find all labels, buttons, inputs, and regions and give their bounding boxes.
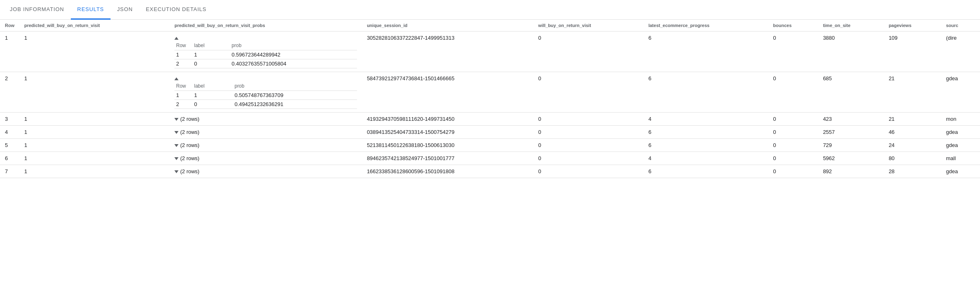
probs-cell: 0.403276355710058​04 — [230, 59, 357, 68]
cell-latest-ecommerce-progress: 6 — [644, 32, 768, 72]
tab-json[interactable]: JSON — [111, 0, 139, 20]
tab-results[interactable]: RESULTS — [71, 0, 111, 20]
collapse-icon[interactable] — [174, 37, 178, 40]
expand-icon[interactable] — [174, 157, 178, 160]
col-header-source: sourc — [941, 20, 980, 32]
cell-unique-session-id: 41932943705981116​20-1499731450 — [362, 113, 533, 126]
cell-row-number: 2 — [0, 72, 19, 113]
expand-icon[interactable] — [174, 131, 178, 134]
expand-icon[interactable] — [174, 170, 178, 173]
tabs-bar: JOB INFORMATIONRESULTSJSONEXECUTION DETA… — [0, 0, 980, 20]
probs-nested-table: Rowlabelprob110.505748767363709200.49425… — [174, 81, 357, 109]
cell-bounces: 0 — [768, 139, 818, 152]
table-body: 11Rowlabelprob110.596723644289942200.403… — [0, 32, 980, 178]
table-row: 41(2 rows)03894135254047333​14-150075427… — [0, 126, 980, 139]
cell-pageviews: 21 — [884, 72, 941, 113]
probs-cell: 0.505748767363709 — [233, 91, 357, 100]
expand-icon[interactable] — [174, 144, 178, 147]
cell-latest-ecommerce-progress: 4 — [644, 152, 768, 165]
cell-probs: (2 rows) — [169, 165, 362, 178]
cell-unique-session-id: 16623385361286005​96-1501091808 — [362, 165, 533, 178]
cell-row-number: 7 — [0, 165, 19, 178]
probs-col-header: label — [192, 81, 233, 91]
tab-execution-details[interactable]: EXECUTION DETAILS — [139, 0, 213, 20]
probs-row: 110.596723644289942 — [174, 50, 357, 59]
col-header-predicted_probs: predicted_will_buy_on_return_visit_probs — [169, 20, 362, 32]
cell-unique-session-id: 58473921297747368​41-1501466665 — [362, 72, 533, 113]
probs-cell: 1 — [174, 91, 192, 100]
probs-cell: 0 — [192, 100, 233, 109]
cell-source: mall — [941, 152, 980, 165]
cell-predicted-will-buy: 1 — [19, 165, 169, 178]
cell-source: gdea — [941, 126, 980, 139]
col-header-predicted_will_buy: predicted_will_buy_on_return_visit — [19, 20, 169, 32]
probs-cell: 1 — [174, 50, 192, 59]
cell-probs: (2 rows) — [169, 152, 362, 165]
probs-collapsed-label: (2 rows) — [180, 142, 199, 148]
cell-time-on-site: 5962 — [818, 152, 884, 165]
table-row: 21Rowlabelprob110.505748767363709200.494… — [0, 72, 980, 113]
cell-source: mon — [941, 113, 980, 126]
cell-predicted-will-buy: 1 — [19, 139, 169, 152]
probs-collapsed-label: (2 rows) — [180, 155, 199, 161]
table-row: 11Rowlabelprob110.596723644289942200.403… — [0, 32, 980, 72]
cell-pageviews: 28 — [884, 165, 941, 178]
cell-row-number: 6 — [0, 152, 19, 165]
probs-collapsed-label: (2 rows) — [180, 116, 199, 122]
probs-col-header: Row — [174, 41, 192, 50]
cell-unique-session-id: 52138114501226381​80-1500613030 — [362, 139, 533, 152]
probs-cell: 1 — [192, 91, 233, 100]
cell-row-number: 1 — [0, 32, 19, 72]
probs-cell: 1 — [192, 50, 230, 59]
cell-pageviews: 109 — [884, 32, 941, 72]
cell-source: gdea — [941, 139, 980, 152]
col-header-row: Row — [0, 20, 19, 32]
cell-source: (dire — [941, 32, 980, 72]
cell-predicted-will-buy: 1 — [19, 32, 169, 72]
cell-row-number: 3 — [0, 113, 19, 126]
col-header-unique_session_id: unique_session_id — [362, 20, 533, 32]
cell-time-on-site: 892 — [818, 165, 884, 178]
table-row: 71(2 rows)16623385361286005​96-150109180… — [0, 165, 980, 178]
probs-cell: 2 — [174, 100, 192, 109]
cell-predicted-will-buy: 1 — [19, 126, 169, 139]
cell-bounces: 0 — [768, 72, 818, 113]
table-row: 51(2 rows)52138114501226381​80-150061303… — [0, 139, 980, 152]
cell-time-on-site: 685 — [818, 72, 884, 113]
probs-nested-table: Rowlabelprob110.596723644289942200.40327… — [174, 41, 357, 68]
cell-bounces: 0 — [768, 165, 818, 178]
cell-source: gdea — [941, 165, 980, 178]
probs-cell: 0.494251232636291 — [233, 100, 357, 109]
cell-latest-ecommerce-progress: 6 — [644, 139, 768, 152]
table-row: 31(2 rows)41932943705981116​20-149973145… — [0, 113, 980, 126]
cell-will-buy: 0 — [533, 113, 644, 126]
cell-time-on-site: 3880 — [818, 32, 884, 72]
col-header-time_on_site: time_on_site — [818, 20, 884, 32]
expand-icon[interactable] — [174, 118, 178, 121]
results-table: Rowpredicted_will_buy_on_return_visitpre… — [0, 20, 980, 178]
probs-col-header: prob — [230, 41, 357, 50]
probs-col-header: Row — [174, 81, 192, 91]
probs-cell: 2 — [174, 59, 192, 68]
cell-time-on-site: 729 — [818, 139, 884, 152]
cell-predicted-will-buy: 1 — [19, 113, 169, 126]
cell-probs: Rowlabelprob110.505748767363709200.49425… — [169, 72, 362, 113]
cell-time-on-site: 2557 — [818, 126, 884, 139]
col-header-pageviews: pageviews — [884, 20, 941, 32]
collapse-icon[interactable] — [174, 77, 178, 80]
probs-collapsed-label: (2 rows) — [180, 168, 199, 174]
col-header-latest_ecommerce_progress: latest_ecommerce_progress — [644, 20, 768, 32]
cell-latest-ecommerce-progress: 4 — [644, 113, 768, 126]
table-header-row: Rowpredicted_will_buy_on_return_visitpre… — [0, 20, 980, 32]
col-header-bounces: bounces — [768, 20, 818, 32]
cell-predicted-will-buy: 1 — [19, 152, 169, 165]
cell-bounces: 0 — [768, 152, 818, 165]
cell-source: gdea — [941, 72, 980, 113]
cell-pageviews: 80 — [884, 152, 941, 165]
probs-cell: 0 — [192, 59, 230, 68]
table-row: 61(2 rows)89462357421385249​77-150100177… — [0, 152, 980, 165]
probs-cell: 0.596723644289942 — [230, 50, 357, 59]
cell-pageviews: 24 — [884, 139, 941, 152]
results-table-container: Rowpredicted_will_buy_on_return_visitpre… — [0, 20, 980, 178]
tab-job-information[interactable]: JOB INFORMATION — [3, 0, 71, 20]
